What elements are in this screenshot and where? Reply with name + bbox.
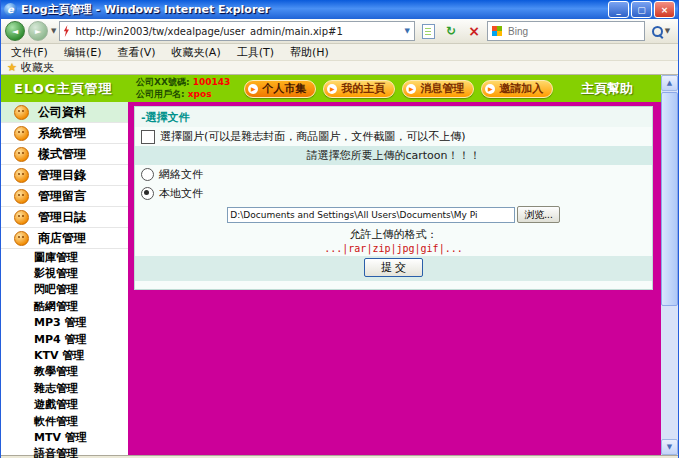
- network-file-radio[interactable]: [141, 168, 154, 181]
- maximize-button[interactable]: ▢: [631, 1, 652, 18]
- address-dropdown-icon[interactable]: ▼: [403, 27, 412, 35]
- scroll-up-icon[interactable]: ▲: [661, 75, 678, 91]
- panel-title: -選擇文件: [135, 107, 652, 127]
- nav-invite-button[interactable]: ▶邀請加入: [481, 80, 553, 98]
- vertical-scrollbar: ▲ ▼: [661, 75, 678, 455]
- scrollbar-track[interactable]: [661, 307, 678, 439]
- play-icon: ▶: [248, 84, 258, 94]
- browse-button[interactable]: 浏览...: [517, 206, 559, 223]
- sidebar-subitem-mp3[interactable]: MP3 管理: [1, 315, 128, 331]
- local-file-row: 本地文件: [135, 184, 652, 203]
- sidebar-item-log-admin[interactable]: 管理日誌: [1, 207, 128, 228]
- window-title: Elog主頁管理 - Windows Internet Explorer: [21, 2, 608, 17]
- orange-face-icon: [14, 147, 29, 162]
- local-file-label: 本地文件: [159, 186, 203, 201]
- sidebar-subitem-games[interactable]: 遊戲管理: [1, 397, 128, 413]
- title-bar: e Elog主頁管理 - Windows Internet Explorer _…: [1, 0, 678, 19]
- search-input[interactable]: [506, 25, 640, 38]
- sidebar-subitem-mp4[interactable]: MP4 管理: [1, 331, 128, 347]
- navigation-bar: ◄ ► ▼ ▼ ↻ × ▼: [1, 19, 678, 44]
- forward-button[interactable]: ►: [28, 21, 48, 41]
- browser-window: e Elog主頁管理 - Windows Internet Explorer _…: [0, 0, 679, 458]
- menu-favorites[interactable]: 收藏夹(A): [172, 45, 221, 60]
- site-brand: ELOG主頁管理: [1, 80, 136, 98]
- page-content: ELOG主頁管理 公司XX號碼: 100143 公司用戶名: xpos ▶个人市…: [1, 75, 661, 455]
- sidebar-subitem-software[interactable]: 軟件管理: [1, 413, 128, 429]
- search-box: [487, 21, 645, 41]
- sidebar: 公司資料 系統管理 樣式管理 管理目錄 管理留言 管理日誌 商店管理 圖庫管理 …: [1, 102, 128, 455]
- compatibility-view-button[interactable]: [418, 21, 438, 41]
- scrollbar-thumb[interactable]: [661, 92, 678, 306]
- favorites-label[interactable]: 收藏夹: [21, 60, 54, 75]
- select-image-checkbox[interactable]: [141, 130, 155, 144]
- sidebar-item-company-info[interactable]: 公司資料: [1, 102, 128, 123]
- nav-message-admin-button[interactable]: ▶消息管理: [402, 80, 474, 98]
- minimize-button[interactable]: _: [608, 1, 629, 18]
- sidebar-item-directory-admin[interactable]: 管理目錄: [1, 165, 128, 186]
- back-button[interactable]: ◄: [5, 21, 25, 41]
- bing-logo-icon: [492, 26, 502, 36]
- menu-tools[interactable]: 工具(T): [237, 45, 274, 60]
- ie-logo-icon: e: [4, 3, 17, 16]
- sidebar-subitem-gallery[interactable]: 圖庫管理: [1, 249, 128, 265]
- refresh-button[interactable]: ↻: [441, 21, 461, 41]
- address-input[interactable]: [73, 25, 399, 38]
- checkbox-label: 選擇圖片(可以是雜志封面，商品圖片，文件截圖，可以不上傳): [160, 129, 466, 144]
- history-dropdown-icon[interactable]: ▼: [51, 27, 56, 35]
- sidebar-subitem-teaching[interactable]: 教學管理: [1, 364, 128, 380]
- body-row: 公司資料 系統管理 樣式管理 管理目錄 管理留言 管理日誌 商店管理 圖庫管理 …: [1, 102, 661, 455]
- nav-my-homepage-button[interactable]: ▶我的主頁: [323, 80, 395, 98]
- favorites-bar: ★ 收藏夹: [1, 61, 678, 75]
- sidebar-subitem-video[interactable]: 影視管理: [1, 265, 128, 281]
- page-icon: [422, 24, 435, 39]
- site-header: ELOG主頁管理 公司XX號碼: 100143 公司用戶名: xpos ▶个人市…: [1, 75, 661, 102]
- submit-row: 提 交: [135, 256, 652, 281]
- sidebar-subitem-mtv[interactable]: MTV 管理: [1, 429, 128, 445]
- orange-face-icon: [14, 105, 29, 120]
- file-path-input[interactable]: [227, 207, 515, 223]
- sidebar-subitem-coolsite[interactable]: 酷網管理: [1, 298, 128, 314]
- sidebar-item-shop-admin[interactable]: 商店管理: [1, 228, 128, 249]
- sidebar-subitem-magazine[interactable]: 雜志管理: [1, 380, 128, 396]
- address-bar: ▼: [59, 21, 415, 41]
- sidebar-subitem-voice[interactable]: 語音管理: [1, 446, 128, 458]
- menu-help[interactable]: 帮助(H): [290, 45, 329, 60]
- main-area: -選擇文件 選擇圖片(可以是雜志封面，商品圖片，文件截圖，可以不上傳) 請選擇您…: [128, 102, 661, 455]
- site-icon: [62, 25, 70, 37]
- menu-file[interactable]: 文件(F): [11, 45, 48, 60]
- stop-button[interactable]: ×: [464, 21, 484, 41]
- orange-face-icon: [14, 189, 29, 204]
- company-id-value: 100143: [193, 77, 231, 87]
- menu-view[interactable]: 查看(V): [117, 45, 155, 60]
- sidebar-subitem-ktv[interactable]: KTV 管理: [1, 347, 128, 363]
- local-file-radio[interactable]: [141, 187, 154, 200]
- panel-bottom-spacer: [135, 281, 652, 289]
- favorites-star-icon[interactable]: ★: [7, 62, 17, 73]
- orange-face-icon: [14, 210, 29, 225]
- network-file-row: 網絡文件: [135, 165, 652, 184]
- submit-button[interactable]: 提 交: [364, 258, 423, 277]
- menu-edit[interactable]: 编辑(E): [64, 45, 102, 60]
- header-nav: ▶个人市集 ▶我的主頁 ▶消息管理 ▶邀請加入: [244, 80, 553, 98]
- sidebar-item-system-admin[interactable]: 系統管理: [1, 123, 128, 144]
- sidebar-item-style-admin[interactable]: 樣式管理: [1, 144, 128, 165]
- play-icon: ▶: [485, 84, 495, 94]
- sidebar-item-message-admin[interactable]: 管理留言: [1, 186, 128, 207]
- formats-value: ...|rar|zip|jpg|gif|...: [135, 242, 652, 256]
- file-input-row: 浏览...: [135, 203, 652, 226]
- sidebar-subitem-flash[interactable]: 閃吧管理: [1, 282, 128, 298]
- company-user-value: xpos: [188, 89, 212, 99]
- scroll-down-icon[interactable]: ▼: [661, 439, 678, 455]
- nav-personal-market-button[interactable]: ▶个人市集: [244, 80, 316, 98]
- checkbox-row: 選擇圖片(可以是雜志封面，商品圖片，文件截圖，可以不上傳): [135, 127, 652, 146]
- search-button[interactable]: ▼: [648, 21, 674, 41]
- company-info: 公司XX號碼: 100143 公司用戶名: xpos: [136, 77, 230, 100]
- orange-face-icon: [14, 126, 29, 141]
- network-file-label: 網絡文件: [159, 167, 203, 182]
- orange-face-icon: [14, 231, 29, 246]
- homepage-help-link[interactable]: 主頁幫助: [581, 80, 633, 98]
- close-button[interactable]: ×: [654, 1, 675, 18]
- orange-face-icon: [14, 168, 29, 183]
- upload-notice: 請選擇您所要上傳的cartoon！！！: [135, 146, 652, 165]
- page-viewport: ELOG主頁管理 公司XX號碼: 100143 公司用戶名: xpos ▶个人市…: [1, 75, 678, 455]
